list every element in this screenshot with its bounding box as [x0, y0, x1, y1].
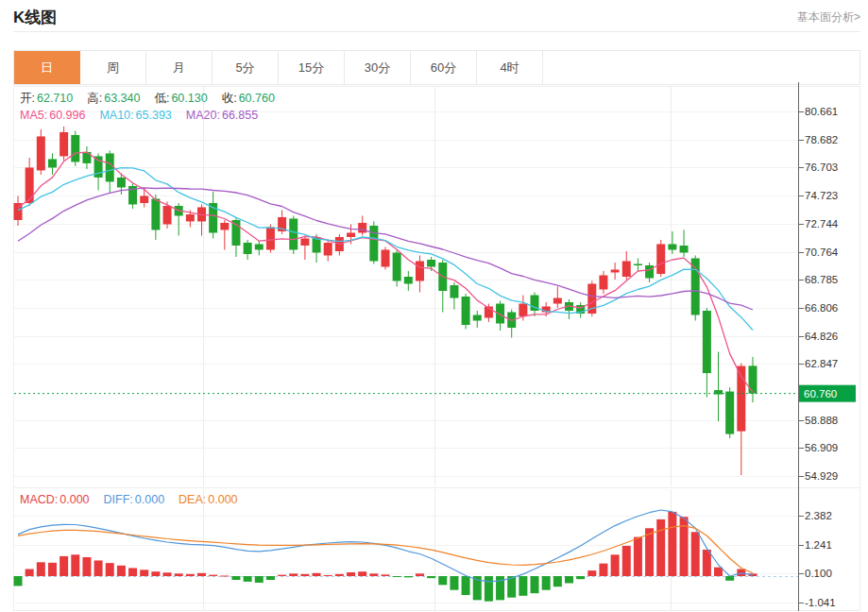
candle-body [393, 252, 401, 280]
macd-hist-bar [347, 572, 355, 576]
legend-item: 高:63.340 [87, 91, 140, 107]
y-axis-label: 74.723 [805, 190, 838, 201]
candle-body [645, 265, 654, 279]
candle-body [691, 258, 700, 314]
macd-hist-bar [691, 532, 700, 576]
legend-item: 低:60.130 [154, 91, 207, 107]
candle-body [748, 366, 757, 393]
macd-hist-bar [703, 550, 711, 576]
macd-hist-bar [300, 574, 309, 576]
candle-body [255, 244, 264, 249]
macd-hist-bar [313, 573, 321, 576]
macd-hist-bar [140, 570, 148, 576]
macd-hist-bar [576, 576, 585, 579]
legend-item: MA5:60.996 [20, 109, 85, 122]
macd-hist-bar [485, 576, 493, 602]
legend-item: MA10:65.393 [99, 109, 171, 122]
candle-body [519, 304, 527, 317]
legend-item: 开:62.710 [20, 91, 73, 107]
candle-body [106, 153, 114, 181]
candle-body [553, 298, 562, 304]
macd-hist-bar [255, 576, 264, 583]
y-axis-label: 80.661 [805, 106, 838, 117]
candle-body [26, 167, 34, 203]
macd-hist-bar [209, 575, 217, 576]
macd-hist-bar [587, 570, 596, 576]
y-axis-label: 2.382 [805, 510, 832, 521]
macd-hist-bar [186, 574, 195, 576]
ma-legend: MA5:60.996MA10:65.393MA20:66.855 [20, 109, 258, 122]
macd-hist-bar [324, 575, 332, 576]
candle-body [151, 198, 160, 230]
y-axis-label: 58.888 [805, 415, 838, 426]
candle-body [324, 243, 332, 256]
candle-body [71, 135, 79, 162]
candle-body [725, 392, 734, 434]
y-axis-label: -1.041 [805, 597, 836, 608]
candle-body [462, 297, 470, 325]
macd-hist-bar [622, 546, 631, 576]
macd-hist-bar [82, 557, 91, 576]
candle-body [611, 269, 620, 272]
macd-hist-bar [60, 556, 68, 576]
macd-hist-bar [393, 576, 401, 577]
y-axis-label: 72.744 [805, 218, 839, 230]
candle-body [186, 214, 195, 222]
macd-hist-bar [289, 573, 298, 576]
y-axis-label: 62.847 [805, 358, 838, 369]
macd-hist-bar [462, 576, 470, 595]
macd-hist-bar [634, 537, 642, 576]
macd-hist-bar [117, 566, 126, 576]
y-axis-label: 54.929 [805, 470, 838, 482]
macd-hist-bar [450, 576, 458, 590]
candle-body [140, 196, 148, 203]
macd-hist-bar [244, 576, 252, 582]
macd-hist-bar [416, 573, 424, 576]
candle-body [473, 315, 482, 321]
y-axis-label: 70.764 [805, 246, 839, 258]
macd-hist-bar [106, 563, 114, 576]
macd-hist-bar [266, 576, 275, 580]
macd-hist-bar [565, 576, 573, 583]
macd-hist-bar [599, 564, 607, 576]
candle-body [220, 223, 229, 230]
macd-hist-bar [519, 576, 527, 596]
macd-hist-bar [37, 562, 45, 576]
macd-hist-bar [369, 573, 378, 576]
legend-item: DEA:0.000 [179, 493, 237, 506]
y-axis-label: 68.785 [805, 274, 838, 285]
macd-hist-bar [26, 570, 34, 576]
macd-hist-bar [48, 563, 57, 576]
candle-body [416, 261, 424, 280]
macd-hist-bar [404, 576, 413, 577]
y-axis-label: 66.806 [805, 302, 838, 314]
dea-line [18, 526, 753, 573]
ohlc-legend: 开:62.710高:63.340低:60.130收:60.760 [20, 91, 275, 107]
y-axis-label: 1.241 [805, 539, 832, 551]
macd-hist-bar [381, 574, 389, 576]
macd-hist-bar [128, 568, 137, 576]
macd-legend: MACD:0.000DIFF:0.000DEA:0.000 [20, 493, 238, 506]
macd-hist-bar [542, 576, 551, 590]
macd-hist-bar [163, 572, 172, 576]
candle-body [599, 275, 607, 289]
candle-body [163, 206, 172, 225]
macd-hist-bar [611, 554, 620, 576]
candle-body [381, 249, 389, 266]
macd-hist-bar [725, 576, 734, 581]
candle-body [231, 220, 240, 246]
candle-body [358, 223, 366, 233]
y-axis-label: 64.826 [805, 331, 838, 342]
macd-hist-bar [278, 575, 286, 576]
candle-body [48, 159, 57, 167]
current-price-badge-text: 60.760 [804, 388, 837, 400]
macd-hist-bar [175, 573, 183, 576]
y-axis-label: 78.682 [805, 134, 838, 145]
candle-body [404, 277, 413, 284]
macd-hist-bar [656, 519, 665, 576]
legend-item: 收:60.760 [222, 91, 275, 107]
macd-hist-bar [151, 571, 160, 576]
legend-item: MACD:0.000 [20, 493, 90, 506]
macd-hist-bar [668, 512, 676, 576]
macd-hist-bar [71, 554, 79, 576]
